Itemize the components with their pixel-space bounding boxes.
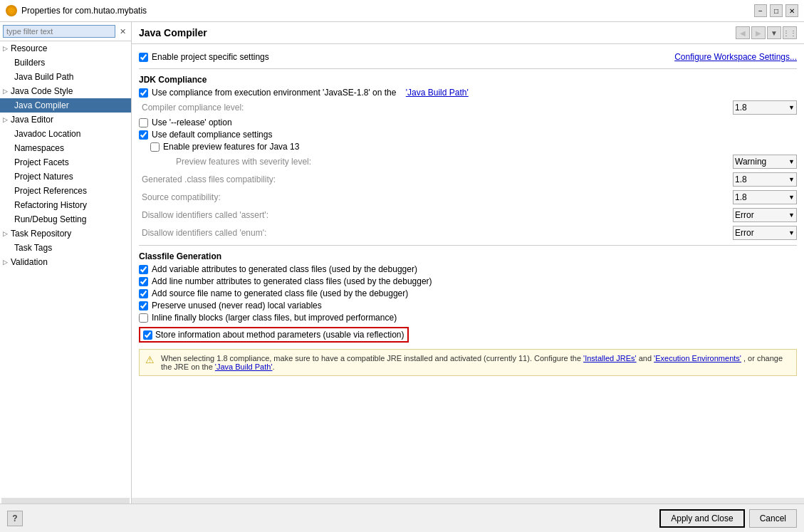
back-button[interactable]: ◀	[736, 26, 750, 39]
content-header: Java Compiler ◀ ▶ ▼ ⋮⋮	[132, 22, 804, 44]
maximize-button[interactable]: □	[770, 4, 783, 17]
use-compliance-checkbox[interactable]	[139, 88, 148, 98]
sidebar-item-label: Java Editor	[11, 115, 53, 125]
sidebar-item-label: Builders	[14, 58, 45, 68]
preserve-unused-row: Preserve unused (never read) local varia…	[139, 301, 797, 311]
dropdown-arrow-icon: ▼	[788, 229, 795, 236]
generated-class-select[interactable]: 1.8 ▼	[733, 172, 797, 187]
content-scrollbar-v[interactable]	[132, 498, 804, 504]
sidebar-item-label: Namespaces	[14, 143, 64, 153]
window-title: Properties for com.hutao.mybatis	[21, 6, 147, 16]
enable-preview-checkbox[interactable]	[150, 142, 160, 152]
sidebar-item-project-references[interactable]: Project References	[0, 184, 131, 198]
arrow-icon: ▷	[3, 259, 8, 266]
use-compliance-row: Use compliance from execution environmen…	[139, 88, 797, 98]
source-compat-select[interactable]: 1.8 ▼	[733, 190, 797, 204]
add-variable-row: Add variable attributes to generated cla…	[139, 264, 797, 274]
dropdown-arrow-icon: ▼	[788, 194, 795, 201]
classfile-generation-header: Classfile Generation	[139, 251, 797, 261]
warning-box: ⚠ When selecting 1.8 compliance, make su…	[139, 349, 797, 376]
sidebar-item-namespaces[interactable]: Namespaces	[0, 141, 131, 155]
sidebar-item-resource[interactable]: ▷ Resource	[0, 41, 131, 56]
main-container: ✕ ▷ Resource Builders Java Build Path ▷ …	[0, 22, 804, 504]
forward-button[interactable]: ▶	[751, 26, 766, 39]
java-build-path-link2[interactable]: 'Java Build Path'	[215, 363, 273, 371]
generated-class-label: Generated .class files compatibility:	[139, 174, 276, 184]
filter-input[interactable]	[3, 25, 115, 38]
add-line-checkbox[interactable]	[139, 277, 148, 286]
sidebar-list: ▷ Resource Builders Java Build Path ▷ Ja…	[0, 41, 131, 496]
sidebar-item-label: Resource	[11, 43, 47, 53]
preview-severity-row: Preview features with severity level: Wa…	[150, 154, 797, 169]
sidebar-item-java-build-path[interactable]: Java Build Path	[0, 70, 131, 84]
bottom-bar: ? Apply and Close Cancel	[0, 504, 804, 532]
store-info-label: Store information about method parameter…	[155, 330, 404, 340]
disallow-enum-row: Disallow identifiers called 'enum': Erro…	[139, 225, 797, 241]
use-release-checkbox[interactable]	[139, 118, 148, 127]
filter-clear-button[interactable]: ✕	[117, 26, 128, 37]
use-release-label: Use '--release' option	[152, 118, 232, 127]
sidebar-scrollbar[interactable]	[1, 498, 130, 504]
preserve-unused-checkbox[interactable]	[139, 301, 148, 311]
java-build-path-link1[interactable]: 'Java Build Path'	[406, 88, 469, 98]
source-compat-label: Source compatibility:	[139, 192, 221, 202]
preview-severity-select[interactable]: Warning ▼	[733, 155, 797, 169]
enable-project-specific-row: Enable project specific settings Configu…	[139, 50, 797, 64]
preserve-unused-label: Preserve unused (never read) local varia…	[152, 301, 322, 311]
content-body: Enable project specific settings Configu…	[132, 44, 804, 498]
help-section: ?	[7, 511, 23, 526]
page-title: Java Compiler	[139, 27, 207, 38]
compiler-compliance-select[interactable]: 1.8 ▼	[733, 100, 797, 115]
sidebar-item-label: Project Natures	[14, 172, 73, 182]
inline-finally-checkbox[interactable]	[139, 313, 148, 323]
sidebar-item-validation[interactable]: ▷ Validation	[0, 255, 131, 269]
sidebar-item-java-compiler[interactable]: Java Compiler	[0, 98, 131, 113]
close-button[interactable]: ✕	[785, 4, 798, 17]
sidebar-item-label: Run/Debug Setting	[14, 214, 86, 224]
compiler-compliance-row: Compiler compliance level: 1.8 ▼	[139, 100, 797, 115]
enable-preview-label: Enable preview features for Java 13	[163, 142, 299, 152]
sidebar-item-project-facets[interactable]: Project Facets	[0, 155, 131, 169]
generated-class-row: Generated .class files compatibility: 1.…	[139, 172, 797, 187]
sidebar-item-run-debug-setting[interactable]: Run/Debug Setting	[0, 212, 131, 226]
preview-severity-value: Warning	[735, 157, 766, 167]
configure-workspace-link[interactable]: Configure Workspace Settings...	[674, 52, 797, 62]
sidebar-item-builders[interactable]: Builders	[0, 56, 131, 70]
use-default-checkbox[interactable]	[139, 130, 148, 140]
execution-envs-link[interactable]: 'Execution Environments'	[654, 354, 741, 363]
compiler-compliance-label: Compiler compliance level:	[139, 103, 244, 113]
nav-dropdown-button[interactable]: ▼	[767, 26, 781, 39]
sidebar-item-task-tags[interactable]: Task Tags	[0, 241, 131, 255]
source-compat-value: 1.8	[735, 192, 747, 202]
add-source-checkbox[interactable]	[139, 289, 148, 298]
disallow-enum-select[interactable]: Error ▼	[733, 226, 797, 240]
sidebar-item-label: Project References	[14, 186, 87, 196]
disallow-assert-select[interactable]: Error ▼	[733, 208, 797, 222]
sidebar-item-refactoring-history[interactable]: Refactoring History	[0, 198, 131, 212]
title-bar: Properties for com.hutao.mybatis − □ ✕	[0, 0, 804, 22]
disallow-enum-label: Disallow identifiers called 'enum':	[139, 228, 266, 238]
sidebar-item-javadoc-location[interactable]: Javadoc Location	[0, 127, 131, 141]
cancel-button[interactable]: Cancel	[749, 509, 797, 528]
installed-jres-link[interactable]: 'Installed JREs'	[583, 354, 637, 363]
sidebar-item-project-natures[interactable]: Project Natures	[0, 169, 131, 184]
nav-buttons: ◀ ▶ ▼ ⋮⋮	[736, 26, 797, 39]
action-buttons: Apply and Close Cancel	[659, 509, 797, 528]
nav-menu-button[interactable]: ⋮⋮	[783, 26, 797, 39]
add-source-row: Add source file name to generated class …	[139, 288, 797, 298]
sidebar-filter-bar: ✕	[0, 22, 131, 41]
apply-and-close-button[interactable]: Apply and Close	[659, 509, 744, 528]
dropdown-arrow-icon: ▼	[788, 104, 795, 111]
sidebar-item-java-editor[interactable]: ▷ Java Editor	[0, 113, 131, 127]
sidebar-item-java-code-style[interactable]: ▷ Java Code Style	[0, 84, 131, 98]
preview-severity-label: Preview features with severity level:	[173, 157, 311, 167]
minimize-button[interactable]: −	[754, 4, 767, 17]
add-variable-checkbox[interactable]	[139, 265, 148, 274]
sidebar-item-label: Java Build Path	[14, 72, 73, 82]
store-info-checkbox[interactable]	[143, 330, 152, 340]
content-panel: Java Compiler ◀ ▶ ▼ ⋮⋮ Enable project sp…	[132, 22, 804, 504]
enable-project-specific-checkbox[interactable]	[139, 53, 148, 62]
sidebar-item-task-repository[interactable]: ▷ Task Repository	[0, 226, 131, 241]
sidebar-item-label: Task Repository	[11, 229, 71, 239]
help-button[interactable]: ?	[7, 511, 23, 526]
